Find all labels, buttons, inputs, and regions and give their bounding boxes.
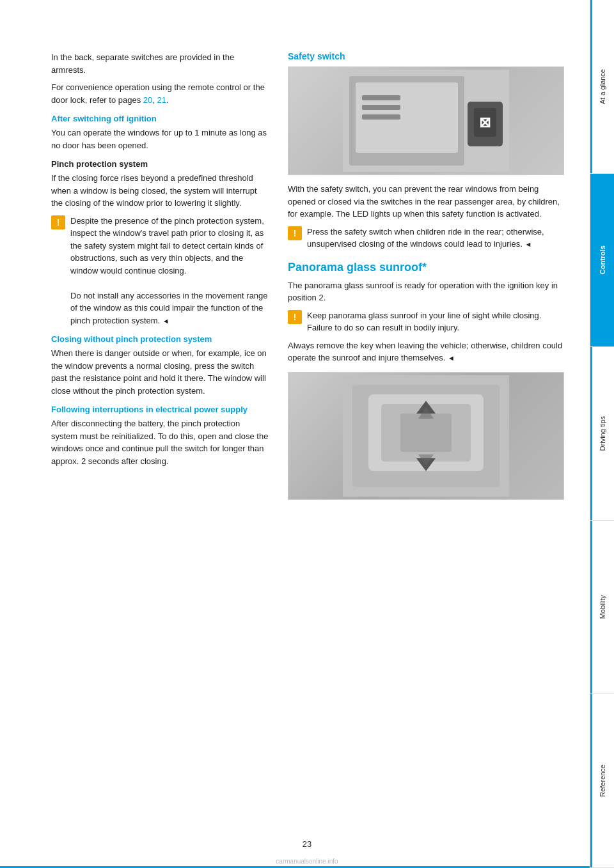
closing-text: When there is danger outside or when, fo… <box>51 347 269 397</box>
left-column: In the back, separate switches are provi… <box>51 51 269 830</box>
panorama-text-2: Always remove the key when leaving the v… <box>288 339 564 364</box>
following-text: After disconnecting the battery, the pin… <box>51 417 269 467</box>
sidebar-tab-reference[interactable]: Reference <box>590 694 614 868</box>
safety-switch-text: With the safety switch, you can prevent … <box>288 183 564 221</box>
warning-icon-1: ! <box>51 215 65 229</box>
link-page21[interactable]: 21 <box>157 95 166 105</box>
after-switching-heading: After switching off ignition <box>51 114 269 123</box>
svg-rect-13 <box>400 414 452 452</box>
sidebar-tab-driving-tips[interactable]: Driving tips <box>590 347 614 521</box>
warning-text-2: Press the safety switch when children ri… <box>307 226 564 251</box>
sidebar-tab-at-a-glance[interactable]: At a glance <box>590 0 614 174</box>
intro-text-2: For convenience operation using the remo… <box>51 81 269 106</box>
warning-block-1: ! Despite the presence of the pinch prot… <box>51 215 269 327</box>
warning-block-3: ! Keep panorama glass sunroof in your li… <box>288 309 564 334</box>
warning-icon-3: ! <box>288 310 302 324</box>
pinch-heading: Pinch protection system <box>51 159 269 169</box>
sunroof-image <box>288 372 564 500</box>
closing-heading: Closing without pinch protection system <box>51 334 269 344</box>
page-number: 23 <box>303 839 311 849</box>
after-switching-text: You can operate the windows for up to 1 … <box>51 127 269 151</box>
sidebar-tab-label-controls: Controls <box>599 245 606 274</box>
warning-icon-2: ! <box>288 226 302 240</box>
following-heading: Following interruptions in electrical po… <box>51 405 269 414</box>
sidebar-tab-label-reference: Reference <box>599 764 606 797</box>
safety-switch-heading: Safety switch <box>288 51 564 61</box>
svg-rect-5 <box>362 114 400 120</box>
safety-switch-image: ⊠ <box>288 66 564 175</box>
sidebar-tab-label-mobility: Mobility <box>599 595 606 619</box>
right-column: Safety switch <box>288 51 564 830</box>
sidebar-tab-controls[interactable]: Controls <box>590 174 614 348</box>
panorama-heading: Panorama glass sunroof* <box>288 261 564 274</box>
svg-text:⊠: ⊠ <box>479 114 491 130</box>
panorama-text-1: The panorama glass sunroof is ready for … <box>288 279 564 304</box>
watermark: carmanualsonline.info <box>0 858 614 865</box>
link-page20[interactable]: 20 <box>143 95 152 105</box>
warning-text-1: Despite the presence of the pinch protec… <box>70 215 269 327</box>
sidebar-tab-label-at-a-glance: At a glance <box>599 69 606 104</box>
sidebar: At a glance Controls Driving tips Mobili… <box>590 0 614 868</box>
warning-block-2: ! Press the safety switch when children … <box>288 226 564 251</box>
warning-text-3: Keep panorama glass sunroof in your line… <box>307 309 564 334</box>
sidebar-tab-mobility[interactable]: Mobility <box>590 521 614 695</box>
svg-rect-3 <box>362 95 400 100</box>
svg-rect-4 <box>362 105 400 110</box>
pinch-text: If the closing force rises beyond a pred… <box>51 172 269 210</box>
sidebar-tab-label-driving-tips: Driving tips <box>599 416 606 451</box>
intro-text-1: In the back, separate switches are provi… <box>51 51 269 76</box>
